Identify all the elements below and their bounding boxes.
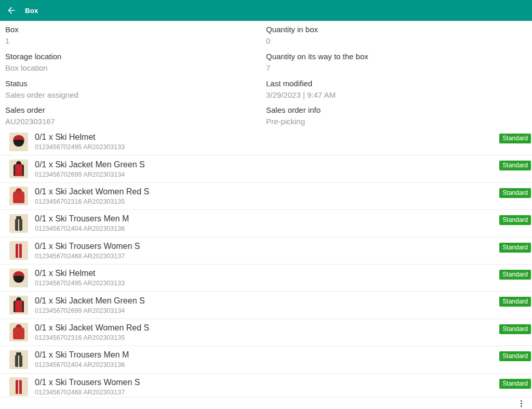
item-title: 0/1 x Ski Trousers Men M xyxy=(35,349,129,360)
status-badge: Standard xyxy=(499,161,531,170)
status-badge: Standard xyxy=(499,324,531,334)
item-list: 0/1 x Ski Helmet 0123456702495 AR2023031… xyxy=(0,128,532,397)
field-label: Sales order xyxy=(5,105,266,115)
list-item[interactable]: 0/1 x Ski Jacket Men Green S 01234567026… xyxy=(0,155,532,182)
field-value: 0 xyxy=(266,36,527,46)
field-label: Sales order info xyxy=(266,105,527,115)
product-thumbnail xyxy=(9,133,28,151)
field-label: Last modified xyxy=(266,78,527,89)
list-item[interactable]: 0/1 x Ski Jacket Men Green S 01234567026… xyxy=(0,292,532,319)
item-title: 0/1 x Ski Jacket Women Red S xyxy=(35,186,149,197)
item-title: 0/1 x Ski Jacket Men Green S xyxy=(35,295,145,306)
product-thumbnail xyxy=(9,160,28,178)
product-thumbnail xyxy=(9,296,28,314)
list-item[interactable]: 0/1 x Ski Jacket Women Red S 01234567023… xyxy=(0,183,532,210)
status-badge: Standard xyxy=(499,297,531,307)
field-quantity-in-box: Quantity in box 0 xyxy=(266,21,527,48)
list-item[interactable]: 0/1 x Ski Trousers Women S 0123456702468… xyxy=(0,374,532,397)
status-badge: Standard xyxy=(499,134,531,143)
list-item[interactable]: 0/1 x Ski Jacket Women Red S 01234567023… xyxy=(0,319,532,346)
list-item[interactable]: 0/1 x Ski Helmet 0123456702495 AR2023031… xyxy=(0,265,532,292)
field-label: Quantity in box xyxy=(266,24,527,35)
field-label: Quantity on its way to the box xyxy=(266,51,527,62)
item-title: 0/1 x Ski Helmet xyxy=(35,268,125,279)
item-barcode-article: 0123456702495 AR202303133 xyxy=(35,143,125,152)
item-title: 0/1 x Ski Helmet xyxy=(35,131,125,142)
arrow-left-icon xyxy=(6,5,17,16)
status-badge: Standard xyxy=(499,270,531,280)
field-status: Status Sales order assigned xyxy=(5,75,266,102)
list-item[interactable]: 0/1 x Ski Trousers Women S 0123456702468… xyxy=(0,238,532,265)
field-value: AU202303167 xyxy=(5,116,266,127)
field-label: Box xyxy=(5,24,266,35)
item-barcode-article: 0123456702316 AR202303135 xyxy=(35,197,149,206)
status-badge: Standard xyxy=(499,215,531,225)
bottom-bar xyxy=(0,397,532,409)
field-value: Pre-picking xyxy=(266,116,527,127)
item-title: 0/1 x Ski Trousers Women S xyxy=(35,241,140,252)
field-storage-location: Storage location Box location xyxy=(5,48,266,75)
list-item[interactable]: 0/1 x Ski Helmet 0123456702495 AR2023031… xyxy=(0,128,532,155)
field-value: 7 xyxy=(266,63,527,73)
product-thumbnail xyxy=(9,323,28,341)
status-badge: Standard xyxy=(499,351,531,361)
product-thumbnail xyxy=(9,214,28,233)
status-badge: Standard xyxy=(499,379,531,389)
field-box: Box 1 xyxy=(5,21,266,48)
field-value: Box location xyxy=(5,63,266,73)
app-bar: Box xyxy=(0,0,532,21)
box-info-section: Box 1 Quantity in box 0 Storage location… xyxy=(0,21,532,128)
field-quantity-on-way: Quantity on its way to the box 7 xyxy=(266,48,527,75)
product-thumbnail xyxy=(9,187,28,205)
list-item[interactable]: 0/1 x Ski Trousers Men M 0123456702404 A… xyxy=(0,210,532,237)
status-badge: Standard xyxy=(499,188,531,198)
overflow-menu-icon[interactable] xyxy=(517,399,525,407)
field-value: 3/29/2023 | 9:47 AM xyxy=(266,90,527,100)
page-title: Box xyxy=(25,7,38,15)
item-title: 0/1 x Ski Trousers Women S xyxy=(35,377,140,388)
product-thumbnail xyxy=(9,241,28,260)
field-last-modified: Last modified 3/29/2023 | 9:47 AM xyxy=(266,75,527,102)
product-thumbnail xyxy=(9,350,28,369)
item-title: 0/1 x Ski Trousers Men M xyxy=(35,213,129,224)
item-barcode-article: 0123456702699 AR202303134 xyxy=(35,170,145,179)
field-value: Sales order assigned xyxy=(5,90,266,100)
item-barcode-article: 0123456702404 AR202303136 xyxy=(35,361,129,370)
item-barcode-article: 0123456702699 AR202303134 xyxy=(35,307,145,315)
item-barcode-article: 0123456702404 AR202303136 xyxy=(35,225,129,233)
field-sales-order: Sales order AU202303167 xyxy=(5,101,266,128)
list-item[interactable]: 0/1 x Ski Trousers Men M 0123456702404 A… xyxy=(0,346,532,373)
product-thumbnail xyxy=(9,269,28,287)
item-title: 0/1 x Ski Jacket Women Red S xyxy=(35,322,149,333)
back-button[interactable] xyxy=(1,0,22,21)
item-barcode-article: 0123456702316 AR202303135 xyxy=(35,334,149,342)
status-badge: Standard xyxy=(499,243,531,253)
field-sales-order-info: Sales order info Pre-picking xyxy=(266,101,527,128)
field-label: Status xyxy=(5,78,266,89)
field-value: 1 xyxy=(5,36,266,46)
item-barcode-article: 0123456702468 AR202303137 xyxy=(35,252,140,261)
item-barcode-article: 0123456702468 AR202303137 xyxy=(35,388,140,397)
field-label: Storage location xyxy=(5,51,266,62)
item-title: 0/1 x Ski Jacket Men Green S xyxy=(35,159,145,170)
item-barcode-article: 0123456702495 AR202303133 xyxy=(35,279,125,288)
product-thumbnail xyxy=(9,377,28,396)
